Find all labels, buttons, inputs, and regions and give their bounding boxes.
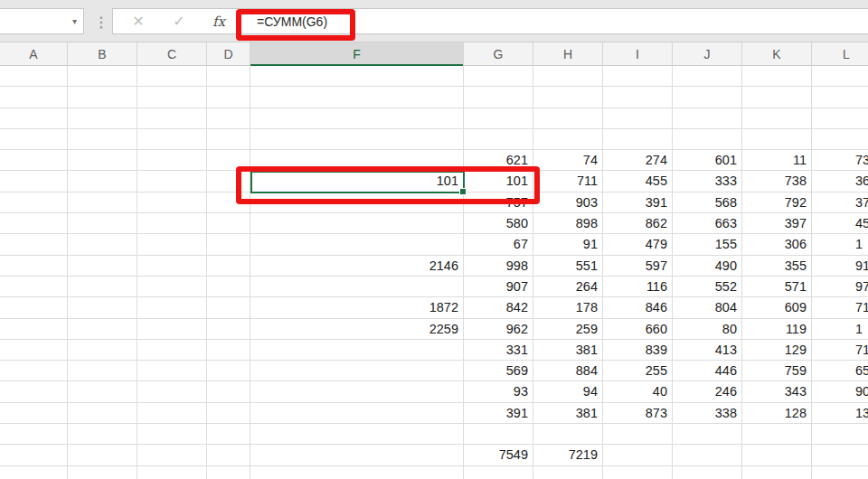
- cell-K2[interactable]: [742, 87, 812, 108]
- cell-D4[interactable]: [207, 129, 250, 150]
- cell-L19[interactable]: [812, 445, 868, 465]
- cell-J9[interactable]: 155: [673, 234, 742, 255]
- cell-A2[interactable]: [0, 87, 68, 108]
- cell-B4[interactable]: [68, 129, 137, 150]
- cell-C12[interactable]: [137, 297, 207, 318]
- cell-J20[interactable]: [673, 466, 742, 479]
- cell-I2[interactable]: [603, 87, 673, 108]
- cell-F1[interactable]: [250, 66, 464, 87]
- cell-L7[interactable]: 37: [812, 193, 868, 213]
- cell-G20[interactable]: [464, 466, 533, 479]
- name-box-dropdown-icon[interactable]: ▾: [72, 17, 83, 26]
- cell-H15[interactable]: 884: [533, 361, 603, 381]
- cell-B13[interactable]: [68, 319, 137, 340]
- cell-F13[interactable]: 2259: [250, 319, 464, 340]
- cell-G5[interactable]: 621: [464, 150, 533, 171]
- cell-C8[interactable]: [137, 213, 207, 234]
- cell-B6[interactable]: [68, 171, 137, 192]
- cell-D15[interactable]: [207, 361, 250, 381]
- cell-I16[interactable]: 40: [603, 381, 673, 402]
- cell-K7[interactable]: 792: [742, 193, 812, 213]
- cell-F18[interactable]: [250, 424, 464, 445]
- cell-J8[interactable]: 663: [673, 213, 742, 234]
- cell-J7[interactable]: 568: [673, 193, 742, 213]
- cell-G9[interactable]: 67: [464, 234, 533, 255]
- cell-B16[interactable]: [68, 381, 137, 402]
- cell-K12[interactable]: 609: [742, 297, 812, 318]
- cell-A15[interactable]: [0, 361, 68, 381]
- cell-I20[interactable]: [603, 466, 673, 479]
- column-header-F[interactable]: F: [250, 42, 464, 66]
- cell-F19[interactable]: [250, 445, 464, 465]
- cell-F3[interactable]: [250, 108, 464, 129]
- cell-C9[interactable]: [137, 234, 207, 255]
- formula-bar[interactable]: ✕ ✓ fx =СУММ(G6): [112, 8, 868, 34]
- cell-A17[interactable]: [0, 403, 68, 424]
- cell-A7[interactable]: [0, 193, 68, 213]
- cell-F4[interactable]: [250, 129, 464, 150]
- cell-I7[interactable]: 391: [603, 193, 673, 213]
- cell-B10[interactable]: [68, 256, 137, 277]
- cell-D11[interactable]: [207, 277, 250, 297]
- cell-K5[interactable]: 11: [742, 150, 812, 171]
- column-header-G[interactable]: G: [464, 42, 533, 66]
- cell-G3[interactable]: [464, 108, 533, 129]
- cell-J4[interactable]: [673, 129, 742, 150]
- cell-A16[interactable]: [0, 381, 68, 402]
- cell-J17[interactable]: 338: [673, 403, 742, 424]
- cell-C1[interactable]: [137, 66, 207, 87]
- cell-G14[interactable]: 331: [464, 340, 533, 361]
- column-header-J[interactable]: J: [673, 42, 742, 66]
- cell-C10[interactable]: [137, 256, 207, 277]
- cell-L11[interactable]: 97: [812, 277, 868, 297]
- cell-G1[interactable]: [464, 66, 533, 87]
- cell-C7[interactable]: [137, 193, 207, 213]
- cell-A8[interactable]: [0, 213, 68, 234]
- cell-K1[interactable]: [742, 66, 812, 87]
- cell-B15[interactable]: [68, 361, 137, 381]
- cell-C20[interactable]: [137, 466, 207, 479]
- column-header-I[interactable]: I: [603, 42, 673, 66]
- name-box[interactable]: ▾: [0, 8, 84, 34]
- cell-J11[interactable]: 552: [673, 277, 742, 297]
- cell-G7[interactable]: 757: [464, 193, 533, 213]
- cell-I1[interactable]: [603, 66, 673, 87]
- cell-F7[interactable]: [250, 193, 464, 213]
- cell-F8[interactable]: [250, 213, 464, 234]
- cell-L17[interactable]: 13: [812, 403, 868, 424]
- cell-H9[interactable]: 91: [533, 234, 603, 255]
- cell-D10[interactable]: [207, 256, 250, 277]
- cell-C14[interactable]: [137, 340, 207, 361]
- cell-G4[interactable]: [464, 129, 533, 150]
- cell-H5[interactable]: 74: [533, 150, 603, 171]
- cell-A19[interactable]: [0, 445, 68, 465]
- cell-H4[interactable]: [533, 129, 603, 150]
- column-header-C[interactable]: C: [137, 42, 207, 66]
- cell-L10[interactable]: 91: [812, 256, 868, 277]
- cell-H14[interactable]: 381: [533, 340, 603, 361]
- cell-A6[interactable]: [0, 171, 68, 192]
- cell-B7[interactable]: [68, 193, 137, 213]
- cell-A14[interactable]: [0, 340, 68, 361]
- cell-F2[interactable]: [250, 87, 464, 108]
- cell-L13[interactable]: 1: [812, 319, 868, 340]
- cell-L12[interactable]: 71: [812, 297, 868, 318]
- cell-J18[interactable]: [673, 424, 742, 445]
- cell-I10[interactable]: 597: [603, 256, 673, 277]
- cell-H8[interactable]: 898: [533, 213, 603, 234]
- cell-B8[interactable]: [68, 213, 137, 234]
- cell-J3[interactable]: [673, 108, 742, 129]
- cell-H3[interactable]: [533, 108, 603, 129]
- cell-C6[interactable]: [137, 171, 207, 192]
- cell-D8[interactable]: [207, 213, 250, 234]
- cell-K13[interactable]: 119: [742, 319, 812, 340]
- cell-G8[interactable]: 580: [464, 213, 533, 234]
- cell-J10[interactable]: 490: [673, 256, 742, 277]
- cell-B9[interactable]: [68, 234, 137, 255]
- cell-J6[interactable]: 333: [673, 171, 742, 192]
- cell-K14[interactable]: 129: [742, 340, 812, 361]
- cell-K3[interactable]: [742, 108, 812, 129]
- cell-C15[interactable]: [137, 361, 207, 381]
- cell-B19[interactable]: [68, 445, 137, 465]
- cell-F16[interactable]: [250, 381, 464, 402]
